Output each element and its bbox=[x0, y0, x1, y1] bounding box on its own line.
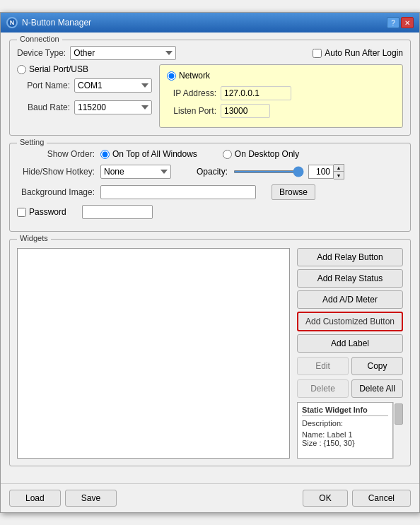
listen-port-label: Listen Port: bbox=[167, 106, 216, 116]
delete-row: Delete Delete All bbox=[297, 379, 403, 398]
opacity-spin-buttons: ▲ ▼ bbox=[334, 164, 344, 179]
baud-rate-select[interactable]: 115200 bbox=[74, 100, 152, 114]
opacity-decrement[interactable]: ▼ bbox=[334, 172, 344, 179]
device-type-select[interactable]: Other bbox=[70, 46, 176, 60]
setting-group-label: Setting bbox=[17, 138, 47, 146]
copy-btn[interactable]: Copy bbox=[351, 357, 403, 375]
description-line: Description: bbox=[302, 419, 388, 427]
widget-buttons: Add Relay Button Add Relay Status Add A/… bbox=[297, 248, 403, 459]
network-radio[interactable] bbox=[167, 71, 176, 81]
auto-run-checkbox-label[interactable]: Auto Run After Login bbox=[313, 48, 403, 58]
on-top-radio[interactable] bbox=[100, 150, 110, 159]
ok-button[interactable]: OK bbox=[303, 490, 347, 507]
baud-rate-label: Baud Rate: bbox=[17, 102, 70, 112]
password-row: Password bbox=[17, 205, 403, 219]
serial-label: Serial Port/USB bbox=[29, 64, 88, 74]
widgets-group: Widgets Add Relay Button Add Relay Statu… bbox=[9, 239, 411, 466]
delete-all-btn[interactable]: Delete All bbox=[351, 379, 403, 398]
hide-hotkey-select[interactable]: None bbox=[100, 165, 171, 179]
setting-group: Setting Show Order: On Top of All Window… bbox=[9, 143, 411, 232]
edit-btn[interactable]: Edit bbox=[297, 357, 349, 375]
cancel-button[interactable]: Cancel bbox=[352, 490, 411, 507]
bg-image-row: Background Image: Browse bbox=[17, 184, 403, 200]
opacity-input[interactable] bbox=[308, 165, 334, 179]
app-icon: N bbox=[6, 17, 18, 28]
add-relay-status-btn[interactable]: Add Relay Status bbox=[297, 269, 403, 288]
main-content: Connection Device Type: Other Auto Run A… bbox=[1, 33, 419, 480]
on-desktop-radio-label[interactable]: On Desktop Only bbox=[223, 149, 299, 159]
size-line: Size : {150, 30} bbox=[302, 439, 388, 447]
help-button[interactable]: ? bbox=[387, 17, 399, 28]
port-name-row: Port Name: COM1 bbox=[17, 78, 152, 93]
password-input[interactable] bbox=[82, 205, 153, 219]
load-button[interactable]: Load bbox=[9, 490, 61, 507]
widgets-area: Add Relay Button Add Relay Status Add A/… bbox=[17, 248, 403, 459]
titlebar: N N-Button Manager ? ✕ bbox=[1, 13, 419, 33]
opacity-spin: ▲ ▼ bbox=[308, 164, 344, 179]
network-radio-label[interactable]: Network bbox=[167, 71, 395, 81]
opacity-label: Opacity: bbox=[197, 167, 228, 177]
on-top-radio-label[interactable]: On Top of All Windows bbox=[100, 149, 197, 159]
static-info-title: Static Widget Info bbox=[302, 406, 388, 416]
serial-radio-label[interactable]: Serial Port/USB bbox=[17, 64, 152, 74]
listen-port-input[interactable] bbox=[221, 104, 270, 118]
edit-copy-row: Edit Copy bbox=[297, 357, 403, 375]
serial-radio[interactable] bbox=[17, 65, 26, 74]
hotkey-opacity-row: Hide/Show Hotkey: None Opacity: ▲ ▼ bbox=[17, 164, 403, 179]
port-name-select[interactable]: COM1 bbox=[74, 78, 152, 93]
listen-port-row: Listen Port: bbox=[167, 104, 395, 118]
footer-right: OK Cancel bbox=[303, 490, 411, 507]
connection-group-label: Connection bbox=[17, 35, 62, 43]
save-button[interactable]: Save bbox=[65, 490, 117, 507]
static-info-wrapper: Static Widget Info Description: Name: La… bbox=[297, 402, 403, 459]
footer: Load Save OK Cancel bbox=[1, 483, 419, 512]
opacity-slider-container: ▲ ▼ bbox=[233, 164, 344, 179]
network-label: Network bbox=[179, 71, 210, 81]
conn-right: Network IP Address: Listen Port: bbox=[159, 64, 403, 128]
connection-main: Serial Port/USB Port Name: COM1 Baud Rat… bbox=[17, 64, 403, 128]
widget-list[interactable] bbox=[17, 248, 290, 459]
device-type-row: Device Type: Other Auto Run After Login bbox=[17, 46, 403, 60]
opacity-increment[interactable]: ▲ bbox=[334, 165, 344, 172]
bg-image-input[interactable] bbox=[100, 185, 256, 199]
ip-address-row: IP Address: bbox=[167, 86, 395, 100]
bg-image-label: Background Image: bbox=[17, 187, 95, 197]
name-line: Name: Label 1 bbox=[302, 430, 388, 439]
add-customized-button-btn[interactable]: Add Customized Button bbox=[297, 312, 403, 331]
show-order-label: Show Order: bbox=[17, 149, 95, 159]
main-window: N N-Button Manager ? ✕ Connection Device… bbox=[0, 12, 420, 513]
conn-left: Serial Port/USB Port Name: COM1 Baud Rat… bbox=[17, 64, 152, 128]
footer-left: Load Save bbox=[9, 490, 117, 507]
scrollbar-thumb[interactable] bbox=[395, 403, 403, 425]
window-title: N-Button Manager bbox=[22, 18, 383, 28]
titlebar-buttons: ? ✕ bbox=[387, 17, 414, 28]
add-relay-button-btn[interactable]: Add Relay Button bbox=[297, 248, 403, 266]
auto-run-checkbox[interactable] bbox=[313, 49, 322, 58]
show-order-row: Show Order: On Top of All Windows On Des… bbox=[17, 149, 403, 159]
ip-address-label: IP Address: bbox=[167, 88, 216, 98]
hide-hotkey-label: Hide/Show Hotkey: bbox=[17, 167, 95, 177]
on-desktop-radio[interactable] bbox=[223, 150, 232, 159]
device-type-label: Device Type: bbox=[17, 48, 66, 58]
delete-btn[interactable]: Delete bbox=[297, 379, 349, 398]
static-info-box: Static Widget Info Description: Name: La… bbox=[297, 402, 393, 459]
add-label-btn[interactable]: Add Label bbox=[297, 334, 403, 353]
password-checkbox[interactable] bbox=[17, 208, 26, 217]
connection-group: Connection Device Type: Other Auto Run A… bbox=[9, 40, 411, 136]
auto-run-label: Auto Run After Login bbox=[325, 48, 403, 58]
port-name-label: Port Name: bbox=[17, 81, 70, 90]
on-desktop-label: On Desktop Only bbox=[235, 149, 299, 159]
browse-button[interactable]: Browse bbox=[272, 184, 315, 200]
baud-rate-row: Baud Rate: 115200 bbox=[17, 100, 152, 114]
add-ad-meter-btn[interactable]: Add A/D Meter bbox=[297, 290, 403, 309]
scrollbar[interactable] bbox=[393, 402, 403, 459]
password-label: Password bbox=[29, 207, 66, 217]
on-top-label: On Top of All Windows bbox=[112, 149, 197, 159]
password-checkbox-label[interactable]: Password bbox=[17, 207, 66, 217]
opacity-slider[interactable] bbox=[233, 170, 304, 173]
close-button[interactable]: ✕ bbox=[401, 17, 414, 28]
widgets-group-label: Widgets bbox=[17, 234, 51, 242]
ip-address-input[interactable] bbox=[221, 86, 291, 100]
